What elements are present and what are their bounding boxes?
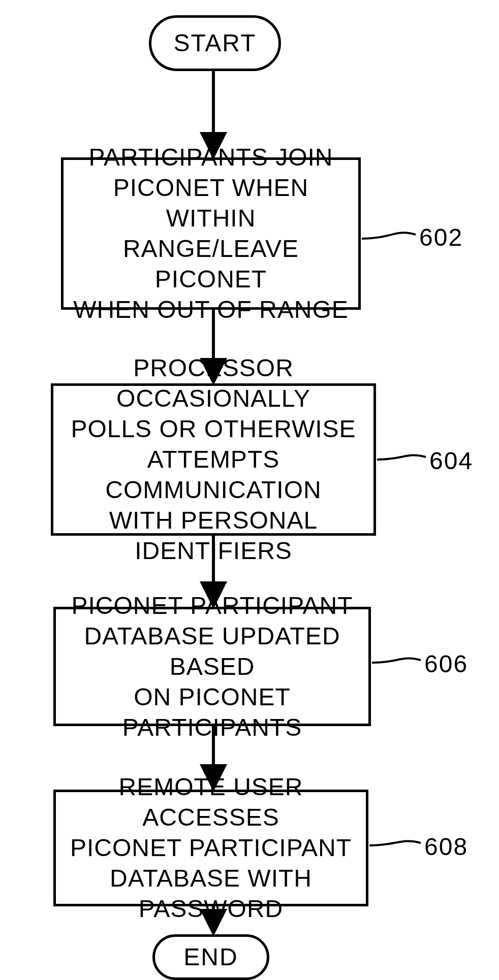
step-604: PROCESSOR OCCASIONALLY POLLS OR OTHERWIS…	[51, 383, 376, 536]
end-terminator-display: END	[152, 934, 269, 980]
step-602: PARTICIPANTS JOIN PICONET WHEN WITHIN RA…	[61, 157, 361, 310]
start-label: START	[174, 31, 257, 55]
flowchart-canvas: START PARTICIPANTS JOIN PICONET WHEN WIT…	[0, 0, 499, 980]
step-606-text: PICONET PARTICIPANT DATABASE UPDATED BAS…	[61, 591, 363, 743]
leader-604	[377, 455, 426, 460]
step-608-text: REMOTE USER ACCESSES PICONET PARTICIPANT…	[61, 772, 361, 924]
leader-602	[362, 233, 416, 239]
start-terminator: START	[149, 15, 281, 71]
leader-606	[372, 659, 421, 663]
step-606-ref: 606	[424, 650, 468, 678]
end-label: END	[183, 945, 238, 969]
step-604-text: PROCESSOR OCCASIONALLY POLLS OR OTHERWIS…	[58, 353, 368, 566]
leader-608	[369, 841, 421, 845]
step-608: REMOTE USER ACCESSES PICONET PARTICIPANT…	[53, 790, 368, 906]
step-604-ref: 604	[429, 447, 473, 475]
step-606: PICONET PARTICIPANT DATABASE UPDATED BAS…	[53, 607, 371, 726]
step-602-text: PARTICIPANTS JOIN PICONET WHEN WITHIN RA…	[69, 142, 353, 325]
step-602-ref: 602	[419, 223, 463, 251]
step-608-ref: 608	[424, 833, 468, 861]
